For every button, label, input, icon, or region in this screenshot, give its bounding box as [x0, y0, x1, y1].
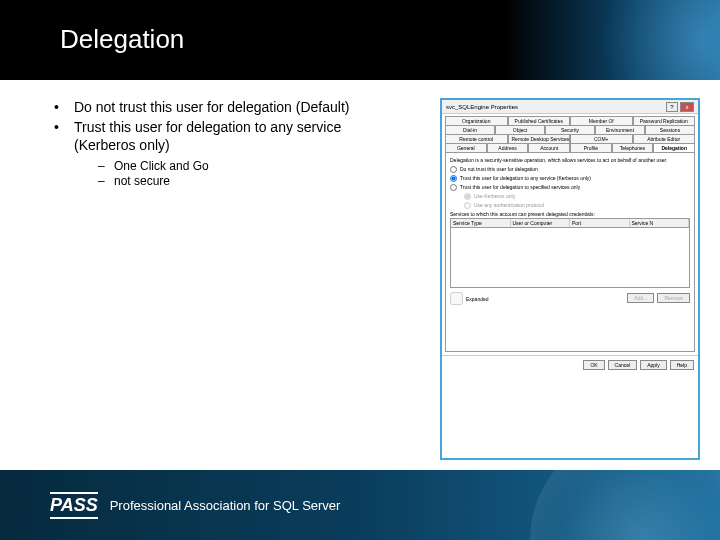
- tab-row: Organization Published Certificates Memb…: [445, 116, 695, 125]
- tab-com-plus[interactable]: COM+: [570, 134, 633, 143]
- tab-content: Delegation is a security-sensitive opera…: [445, 152, 695, 352]
- apply-button[interactable]: Apply: [640, 360, 667, 370]
- tab-remote-control[interactable]: Remote control: [445, 134, 508, 143]
- radio-label: Trust this user for delegation to any se…: [460, 175, 591, 181]
- dialog-title: svc_SQLEngine Properties: [446, 104, 518, 110]
- titlebar-buttons: ? x: [666, 102, 694, 112]
- dialog-titlebar: svc_SQLEngine Properties ? x: [442, 100, 698, 114]
- tab-attr-editor[interactable]: Attribute Editor: [633, 134, 696, 143]
- bullet-list: Do not trust this user for delegation (D…: [50, 98, 390, 190]
- slide-header: Delegation: [0, 0, 720, 80]
- slide-body: Do not trust this user for delegation (D…: [0, 80, 720, 460]
- content-right: svc_SQLEngine Properties ? x Organizatio…: [390, 98, 700, 460]
- expanded-checkbox[interactable]: Expanded: [450, 292, 489, 305]
- checkbox-input[interactable]: [450, 292, 463, 305]
- tab-organization[interactable]: Organization: [445, 116, 508, 125]
- services-label: Services to which this account can prese…: [450, 211, 690, 217]
- bullet-text: Trust this user for delegation to any se…: [74, 119, 341, 153]
- tab-address[interactable]: Address: [487, 143, 529, 152]
- tab-object[interactable]: Object: [495, 125, 545, 134]
- ok-button[interactable]: OK: [583, 360, 604, 370]
- tab-password-repl[interactable]: Password Replication: [633, 116, 696, 125]
- tab-profile[interactable]: Profile: [570, 143, 612, 152]
- service-buttons: Add... Remove: [627, 293, 690, 303]
- radio-label: Trust this user for delegation to specif…: [460, 184, 580, 190]
- radio-input[interactable]: [450, 184, 457, 191]
- services-table: Service Type User or Computer Port Servi…: [450, 218, 690, 288]
- remove-button[interactable]: Remove: [657, 293, 690, 303]
- content-left: Do not trust this user for delegation (D…: [50, 98, 390, 460]
- services-table-header: Service Type User or Computer Port Servi…: [451, 219, 689, 228]
- radio-sub-kerberos[interactable]: Use Kerberos only: [464, 193, 690, 200]
- radio-option-trust-specified[interactable]: Trust this user for delegation to specif…: [450, 184, 690, 191]
- radio-label: Do not trust this user for delegation: [460, 166, 538, 172]
- cancel-button[interactable]: Cancel: [608, 360, 638, 370]
- bullet-item: Trust this user for delegation to any se…: [50, 118, 390, 190]
- tab-security[interactable]: Security: [545, 125, 595, 134]
- tab-environment[interactable]: Environment: [595, 125, 645, 134]
- tab-published-certs[interactable]: Published Certificates: [508, 116, 571, 125]
- pass-logo: PASS Professional Association for SQL Se…: [50, 492, 340, 519]
- radio-input[interactable]: [450, 166, 457, 173]
- bullet-item: Do not trust this user for delegation (D…: [50, 98, 390, 116]
- tab-row: General Address Account Profile Telephon…: [445, 143, 695, 152]
- radio-option-trust-any[interactable]: Trust this user for delegation to any se…: [450, 175, 690, 182]
- checkbox-label: Expanded: [466, 296, 489, 302]
- sub-options: Use Kerberos only Use any authentication…: [464, 193, 690, 209]
- sub-bullet-item: One Click and Go: [74, 159, 390, 175]
- close-button[interactable]: x: [680, 102, 694, 112]
- tab-dialin[interactable]: Dial-in: [445, 125, 495, 134]
- help-button[interactable]: ?: [666, 102, 678, 112]
- sub-bullet-item: not secure: [74, 174, 390, 190]
- col-user-computer[interactable]: User or Computer: [511, 219, 571, 227]
- tab-rds-profile[interactable]: Remote Desktop Services Profile: [508, 134, 571, 143]
- dialog-footer: OK Cancel Apply Help: [442, 355, 698, 374]
- col-service-type[interactable]: Service Type: [451, 219, 511, 227]
- help-button[interactable]: Help: [670, 360, 694, 370]
- tab-row: Remote control Remote Desktop Services P…: [445, 134, 695, 143]
- radio-label: Use any authentication protocol: [474, 202, 544, 208]
- sub-bullet-list: One Click and Go not secure: [74, 159, 390, 190]
- radio-option-no-trust[interactable]: Do not trust this user for delegation: [450, 166, 690, 173]
- tab-row: Dial-in Object Security Environment Sess…: [445, 125, 695, 134]
- slide-footer: PASS Professional Association for SQL Se…: [0, 470, 720, 540]
- tab-general[interactable]: General: [445, 143, 487, 152]
- col-port[interactable]: Port: [570, 219, 630, 227]
- logo-mark: PASS: [50, 492, 98, 519]
- tab-telephones[interactable]: Telephones: [612, 143, 654, 152]
- radio-input[interactable]: [464, 202, 471, 209]
- properties-dialog: svc_SQLEngine Properties ? x Organizatio…: [440, 98, 700, 460]
- tab-delegation[interactable]: Delegation: [653, 143, 695, 152]
- add-button[interactable]: Add...: [627, 293, 654, 303]
- delegation-description: Delegation is a security-sensitive opera…: [450, 157, 690, 163]
- tab-container: Organization Published Certificates Memb…: [442, 114, 698, 152]
- tab-member-of[interactable]: Member Of: [570, 116, 633, 125]
- tab-account[interactable]: Account: [528, 143, 570, 152]
- logo-text: Professional Association for SQL Server: [110, 498, 341, 513]
- col-service-name[interactable]: Service N: [630, 219, 690, 227]
- radio-input[interactable]: [464, 193, 471, 200]
- tab-sessions[interactable]: Sessions: [645, 125, 695, 134]
- slide-title: Delegation: [60, 24, 720, 55]
- radio-input[interactable]: [450, 175, 457, 182]
- radio-label: Use Kerberos only: [474, 193, 515, 199]
- radio-sub-anyauth[interactable]: Use any authentication protocol: [464, 202, 690, 209]
